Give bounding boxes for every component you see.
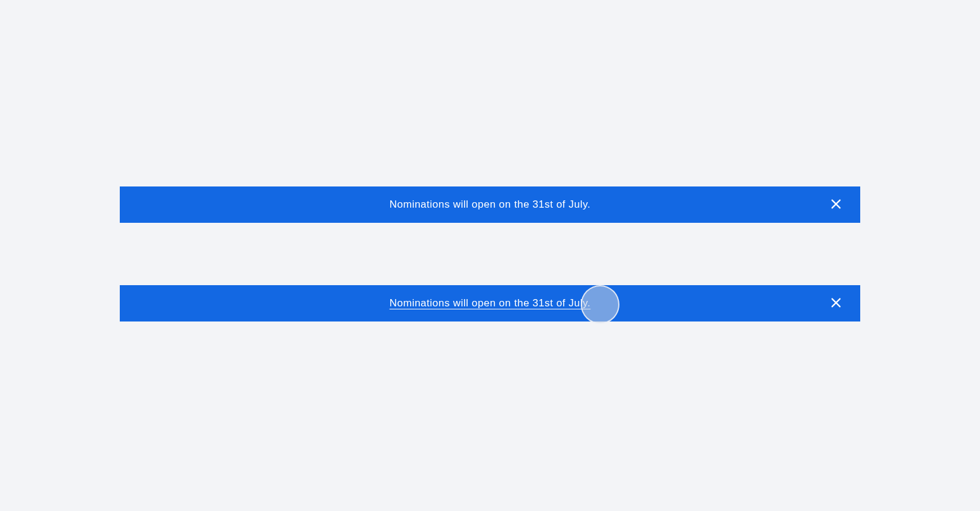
close-icon [829,296,843,311]
notification-banner: Nominations will open on the 31st of Jul… [120,186,860,223]
close-icon [829,197,843,213]
close-button[interactable] [829,197,843,212]
close-button[interactable] [829,296,843,311]
banner-message-link[interactable]: Nominations will open on the 31st of Jul… [390,297,591,309]
notification-banner-hover: Nominations will open on the 31st of Jul… [120,285,860,321]
banner-message: Nominations will open on the 31st of Jul… [390,199,591,211]
